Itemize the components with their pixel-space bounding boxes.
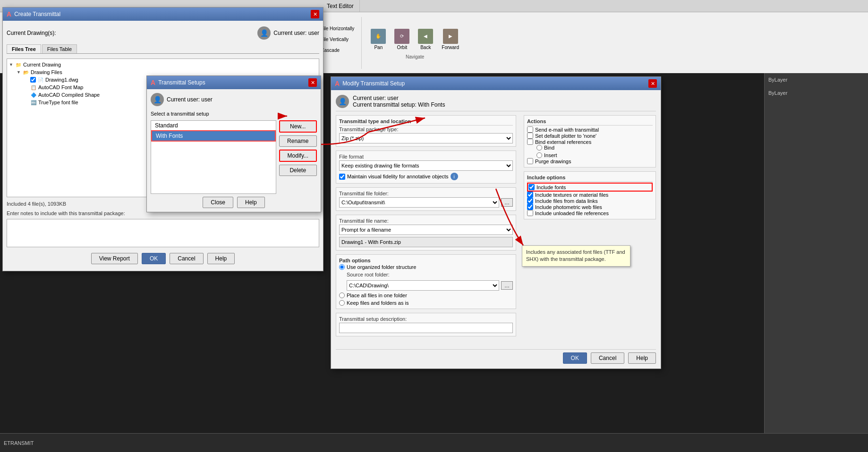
new-setup-button[interactable]: New... xyxy=(279,120,317,133)
files-table-tab[interactable]: Files Table xyxy=(42,44,77,53)
view-report-button[interactable]: View Report xyxy=(91,253,138,264)
include-fonts-label: Include fonts xyxy=(536,184,566,190)
drawing1-checkbox[interactable] xyxy=(30,77,36,83)
modify-user-avatar: 👤 xyxy=(336,95,349,108)
purge-drawings-checkbox[interactable] xyxy=(527,158,533,164)
create-help-button[interactable]: Help xyxy=(207,253,235,264)
status-bar: ETRANSMIT xyxy=(0,433,868,452)
modify-help-button[interactable]: Help xyxy=(628,352,656,364)
setups-close-button[interactable]: Close xyxy=(203,197,233,208)
default-plotter-checkbox[interactable] xyxy=(527,133,533,139)
pan-btn[interactable]: ✋ Pan xyxy=(367,26,389,52)
rename-setup-button[interactable]: Rename xyxy=(279,135,317,147)
keep-folders-radio[interactable] xyxy=(339,300,345,306)
modify-two-col: Transmittal type and location Transmitta… xyxy=(336,115,656,345)
modify-user-name: Current user: user xyxy=(353,95,445,101)
modify-col-left: Transmittal type and location Transmitta… xyxy=(336,115,516,345)
create-transmittal-close[interactable]: ✕ xyxy=(311,10,319,18)
bind-options: Bind Insert xyxy=(527,145,653,158)
setups-titlebar: A Transmittal Setups ✕ xyxy=(147,76,321,89)
use-organized-row: Use organized folder structure xyxy=(339,264,513,270)
orbit-btn[interactable]: ⟳ Orbit xyxy=(391,26,413,52)
file-name-label: Transmittal file name: xyxy=(339,218,513,224)
file-folder-browse[interactable]: … xyxy=(501,198,513,207)
file-tabs-row: Files Tree Files Table xyxy=(7,44,319,54)
file-format-section: File format Keep existing drawing file f… xyxy=(336,151,516,184)
maintain-fidelity-label: Maintain visual fidelity for annotative … xyxy=(347,174,449,179)
send-email-label: Send e-mail with transmittal xyxy=(535,127,599,133)
modify-footer: OK Cancel Help xyxy=(336,349,656,364)
back-icon: ◀ xyxy=(418,29,433,44)
include-textures-checkbox[interactable] xyxy=(527,192,533,198)
folder-open-icon: 📁 xyxy=(15,61,22,68)
current-drawing-label: Current Drawing(s): xyxy=(7,30,56,36)
include-photos-row: Include photometric web files xyxy=(527,204,653,210)
purge-drawings-label: Purge drawings xyxy=(535,159,571,164)
file-format-select[interactable]: Keep existing drawing file formats xyxy=(339,160,513,171)
use-organized-radio[interactable] xyxy=(339,264,345,270)
tile-horiz-btn[interactable]: Tile Horizontally xyxy=(318,24,358,33)
tab-text-editor[interactable]: Text Editor xyxy=(321,0,360,12)
setup-with-fonts[interactable]: With Fonts xyxy=(151,130,276,142)
include-files-checkbox[interactable] xyxy=(527,198,533,204)
include-fonts-checkbox[interactable] xyxy=(528,184,535,190)
source-root-select[interactable]: C:\CAD\Drawing\ xyxy=(347,280,499,291)
create-dialog-buttons: View Report OK Cancel Help xyxy=(7,250,319,267)
back-btn[interactable]: ◀ Back xyxy=(415,26,436,52)
tooltip-text: Includes any associated font files (TTF … xyxy=(526,249,625,262)
description-label: Transmittal setup description: xyxy=(339,316,513,322)
include-photos-label: Include photometric web files xyxy=(535,204,602,210)
files-tree-tab[interactable]: Files Tree xyxy=(7,44,41,53)
navigate-group-label: Navigate xyxy=(406,54,424,59)
modify-ok-button[interactable]: OK xyxy=(563,352,587,364)
delete-setup-button[interactable]: Delete xyxy=(279,165,317,176)
insert-radio[interactable] xyxy=(536,152,542,158)
bind-radio[interactable] xyxy=(536,145,542,151)
file-folder-select[interactable]: C:\Output\transmit\ xyxy=(339,197,499,208)
send-email-checkbox[interactable] xyxy=(527,126,533,133)
package-type-select[interactable]: Zip (*.zip) xyxy=(339,133,513,143)
source-root-browse[interactable]: … xyxy=(501,281,513,290)
setup-standard[interactable]: Standard xyxy=(151,121,276,130)
place-all-radio[interactable] xyxy=(339,293,345,298)
type-location-section: Transmittal type and location Transmitta… xyxy=(336,115,516,147)
include-unloaded-checkbox[interactable] xyxy=(527,210,533,216)
forward-icon: ▶ xyxy=(443,29,458,44)
modify-transmittal-dialog: A Modify Transmittal Setup ✕ 👤 Current u… xyxy=(331,76,661,369)
modify-current-setup: Current transmittal setup: With Fonts xyxy=(353,101,445,108)
modify-setup-button[interactable]: Modify... xyxy=(279,150,317,162)
tile-vert-btn[interactable]: Tile Vertically xyxy=(318,34,358,44)
send-email-row: Send e-mail with transmittal xyxy=(527,126,653,133)
setups-content: Standard With Fonts New... Rename Modify… xyxy=(151,120,317,194)
actions-section: Actions Send e-mail with transmittal Set… xyxy=(524,115,656,167)
bind-xrefs-checkbox[interactable] xyxy=(527,139,533,145)
maintain-fidelity-row: Maintain visual fidelity for annotative … xyxy=(339,173,513,180)
create-user-avatar: 👤 xyxy=(257,26,271,40)
setups-user-name: Current user: user xyxy=(167,96,213,103)
include-textures-label: Include textures or material files xyxy=(535,192,608,198)
dwg-file-icon: 📄 xyxy=(37,76,44,83)
package-type-label: Transmittal package type: xyxy=(339,126,513,132)
description-input[interactable] xyxy=(339,323,513,333)
status-text: ETRANSMIT xyxy=(4,440,34,446)
include-photos-checkbox[interactable] xyxy=(527,204,533,210)
setups-help-button[interactable]: Help xyxy=(237,197,265,208)
include-unloaded-row: Include unloaded file references xyxy=(527,210,653,216)
setups-user-avatar: 👤 xyxy=(151,93,164,106)
cascade-btn[interactable]: Cascade xyxy=(318,45,358,55)
font-file-icon: 🔤 xyxy=(30,99,37,106)
setups-close[interactable]: ✕ xyxy=(308,78,317,87)
forward-btn[interactable]: ▶ Forward xyxy=(438,26,462,52)
modify-close[interactable]: ✕ xyxy=(648,79,657,88)
create-user-name: Current user: user xyxy=(273,30,319,36)
modify-cancel-button[interactable]: Cancel xyxy=(591,352,624,364)
place-all-row: Place all files in one folder xyxy=(339,293,513,298)
notes-textarea[interactable] xyxy=(7,219,319,247)
place-all-label: Place all files in one folder xyxy=(347,293,407,298)
file-name-select[interactable]: Prompt for a filename xyxy=(339,225,513,235)
create-cancel-button[interactable]: Cancel xyxy=(170,253,203,264)
file-format-label: File format xyxy=(339,154,513,159)
create-ok-button[interactable]: OK xyxy=(142,253,166,264)
info-icon[interactable]: i xyxy=(451,173,458,180)
maintain-fidelity-checkbox[interactable] xyxy=(339,174,345,180)
